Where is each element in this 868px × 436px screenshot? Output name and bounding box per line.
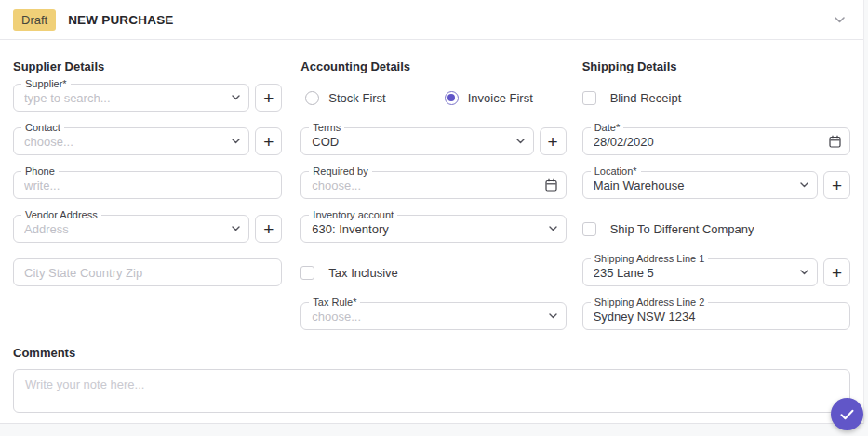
stock-first-label: Stock First xyxy=(328,91,385,105)
invoice-first-radio[interactable] xyxy=(445,91,459,105)
blind-receipt-row: Blind Receipt xyxy=(582,84,850,112)
supplier-placeholder: type to search... xyxy=(24,91,226,105)
terms-value: COD xyxy=(312,135,510,149)
tax-rule-row: Tax Rule* choose... xyxy=(300,302,566,330)
chevron-down-icon[interactable] xyxy=(232,95,240,100)
form-columns: Supplier Details Supplier* type to searc… xyxy=(0,40,863,330)
comments-section: Comments xyxy=(0,330,863,413)
required-by-label: Required by xyxy=(309,165,371,178)
workflow-radio-group: Stock First Invoice First xyxy=(300,84,566,112)
shipping-address-line-2-label: Shipping Address Line 2 xyxy=(591,297,709,309)
section-title-supplier: Supplier Details xyxy=(13,60,282,73)
chevron-down-icon[interactable] xyxy=(516,139,525,144)
shipping-address-line-1-value: 235 Lane 5 xyxy=(594,266,795,280)
ship-to-different-company-label: Ship To Different Company xyxy=(610,222,754,236)
inventory-account-value: 630: Inventory xyxy=(312,222,542,236)
shipping-address-line-2-field[interactable]: Shipping Address Line 2 Sydney NSW 1234 xyxy=(582,302,850,330)
comments-title: Comments xyxy=(13,347,850,360)
tax-inclusive-checkbox[interactable] xyxy=(300,266,314,280)
required-by-datepicker[interactable]: Required by choose... xyxy=(300,171,566,199)
inventory-account-select[interactable]: Inventory account 630: Inventory xyxy=(300,215,566,243)
supplier-row: Supplier* type to search... + xyxy=(13,84,282,112)
blind-receipt-label: Blind Receipt xyxy=(610,91,682,105)
contact-placeholder: choose... xyxy=(24,135,226,149)
supplier-select[interactable]: Supplier* type to search... xyxy=(13,84,249,112)
supplier-details-column: Supplier Details Supplier* type to searc… xyxy=(13,60,282,330)
section-title-shipping: Shipping Details xyxy=(582,60,850,73)
add-terms-button[interactable]: + xyxy=(540,127,567,155)
vendor-address-select[interactable]: Vendor Address Address xyxy=(13,215,249,243)
date-label: Date* xyxy=(591,122,624,134)
tax-inclusive-row: Tax Inclusive xyxy=(300,258,566,286)
comments-textarea[interactable] xyxy=(13,369,850,413)
date-row: Date* 28/02/2020 xyxy=(582,127,850,155)
accounting-details-column: Accounting Details Stock First Invoice F… xyxy=(300,60,566,330)
contact-label: Contact xyxy=(21,122,64,134)
shipping-address-line-2-value: Sydney NSW 1234 xyxy=(594,310,841,324)
phone-label: Phone xyxy=(21,165,59,178)
tax-inclusive-label: Tax Inclusive xyxy=(328,266,397,280)
chevron-down-icon[interactable] xyxy=(232,226,240,231)
header: Draft NEW PURCHASE xyxy=(0,0,863,40)
check-icon xyxy=(840,409,854,420)
city-state-zip-field[interactable] xyxy=(13,258,282,286)
blind-receipt-checkbox[interactable] xyxy=(582,91,596,105)
date-datepicker[interactable]: Date* 28/02/2020 xyxy=(582,127,850,155)
add-supplier-button[interactable]: + xyxy=(255,84,282,112)
add-location-button[interactable]: + xyxy=(823,171,850,199)
tax-rule-placeholder: choose... xyxy=(312,310,542,324)
stock-first-radio[interactable] xyxy=(305,91,319,105)
chevron-down-icon xyxy=(835,17,845,23)
vendor-address-label: Vendor Address xyxy=(21,209,101,221)
phone-row: Phone xyxy=(13,171,282,199)
section-title-accounting: Accounting Details xyxy=(300,60,566,73)
phone-input[interactable] xyxy=(24,178,273,192)
chevron-down-icon[interactable] xyxy=(800,270,808,275)
chevron-down-icon[interactable] xyxy=(800,182,808,188)
location-select[interactable]: Location* Main Warehouse xyxy=(582,171,818,199)
date-value: 28/02/2020 xyxy=(594,135,823,149)
terms-row: Terms COD + xyxy=(300,127,566,155)
inventory-account-row: Inventory account 630: Inventory xyxy=(300,215,566,243)
chevron-down-icon[interactable] xyxy=(549,313,557,319)
vendor-address-placeholder: Address xyxy=(24,222,226,236)
ship-to-different-company-row: Ship To Different Company xyxy=(582,215,850,243)
required-by-placeholder: choose... xyxy=(312,178,539,192)
collapse-section-button[interactable] xyxy=(833,13,846,26)
terms-select[interactable]: Terms COD xyxy=(300,127,533,155)
phone-field[interactable]: Phone xyxy=(13,171,282,199)
shipping-address-line-1-select[interactable]: Shipping Address Line 1 235 Lane 5 xyxy=(582,258,818,286)
contact-row: Contact choose... + xyxy=(13,127,282,155)
status-badge: Draft xyxy=(13,9,56,31)
shipping-details-column: Shipping Details Blind Receipt Date* 28/… xyxy=(582,60,850,330)
shipping-address-line-1-label: Shipping Address Line 1 xyxy=(591,253,709,265)
location-label: Location* xyxy=(591,165,641,178)
add-contact-button[interactable]: + xyxy=(255,127,282,155)
page-title: NEW PURCHASE xyxy=(68,13,173,27)
inventory-account-label: Inventory account xyxy=(309,209,397,221)
vendor-address-row: Vendor Address Address + xyxy=(13,215,282,243)
tax-rule-select[interactable]: Tax Rule* choose... xyxy=(300,302,566,330)
location-row: Location* Main Warehouse + xyxy=(582,171,850,199)
city-state-zip-row xyxy=(13,258,282,286)
location-value: Main Warehouse xyxy=(594,178,795,192)
chevron-down-icon[interactable] xyxy=(232,139,240,144)
add-vendor-address-button[interactable]: + xyxy=(255,215,282,243)
calendar-icon[interactable] xyxy=(829,135,841,148)
new-purchase-card: Draft NEW PURCHASE Supplier Details Supp… xyxy=(0,0,864,424)
stock-first-option[interactable]: Stock First xyxy=(305,91,385,105)
contact-select[interactable]: Contact choose... xyxy=(13,127,249,155)
chevron-down-icon[interactable] xyxy=(549,226,557,231)
add-shipping-address-button[interactable]: + xyxy=(823,258,850,286)
calendar-icon[interactable] xyxy=(545,178,557,192)
ship-to-different-company-checkbox[interactable] xyxy=(582,222,596,236)
terms-label: Terms xyxy=(309,122,344,134)
shipping-address-line-1-row: Shipping Address Line 1 235 Lane 5 + xyxy=(582,258,850,286)
invoice-first-option[interactable]: Invoice First xyxy=(445,91,533,105)
invoice-first-label: Invoice First xyxy=(468,91,533,105)
shipping-address-line-2-row: Shipping Address Line 2 Sydney NSW 1234 xyxy=(582,302,850,330)
supplier-label: Supplier* xyxy=(21,78,71,90)
required-by-row: Required by choose... xyxy=(300,171,566,199)
city-state-zip-input[interactable] xyxy=(24,266,273,280)
save-purchase-button[interactable] xyxy=(831,398,863,430)
